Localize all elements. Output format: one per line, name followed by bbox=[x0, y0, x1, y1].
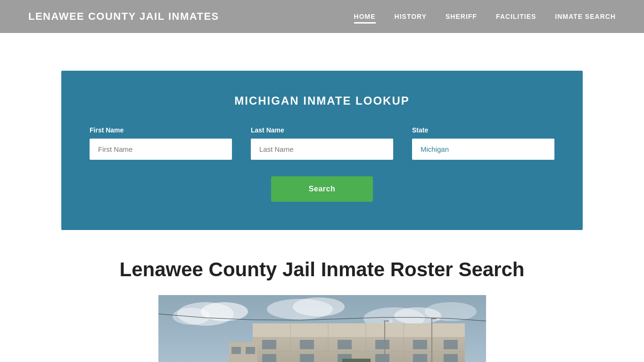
svg-point-38 bbox=[389, 319, 393, 323]
search-button-wrapper: Search bbox=[90, 176, 554, 202]
search-button[interactable]: Search bbox=[271, 176, 373, 202]
page-heading: Lenawee County Jail Inmate Roster Search bbox=[61, 258, 583, 281]
svg-rect-22 bbox=[338, 340, 352, 349]
first-name-input[interactable] bbox=[90, 139, 232, 160]
svg-rect-21 bbox=[300, 340, 314, 349]
state-field-group: State bbox=[412, 126, 554, 160]
main-content: Lenawee County Jail Inmate Roster Search bbox=[0, 230, 644, 362]
site-header: LENAWEE COUNTY JAIL INMATES HOME HISTORY… bbox=[0, 0, 644, 33]
nav-item-home[interactable]: HOME bbox=[354, 12, 376, 21]
main-nav: HOME HISTORY SHERIFF FACILITIES INMATE S… bbox=[354, 12, 616, 21]
building-svg: LENAWEE COUNTY JAIL 320 NORTH WINTER STR… bbox=[158, 295, 486, 362]
search-panel-title: MICHIGAN INMATE LOOKUP bbox=[90, 94, 554, 107]
svg-rect-32 bbox=[342, 359, 371, 362]
nav-link-facilities[interactable]: FACILITIES bbox=[496, 13, 536, 20]
building-image: LENAWEE COUNTY JAIL 320 NORTH WINTER STR… bbox=[158, 295, 486, 362]
nav-item-sheriff[interactable]: SHERIFF bbox=[446, 12, 477, 21]
search-panel: MICHIGAN INMATE LOOKUP First Name Last N… bbox=[61, 71, 583, 230]
svg-rect-26 bbox=[262, 354, 276, 362]
svg-rect-31 bbox=[444, 354, 458, 362]
svg-rect-27 bbox=[300, 354, 314, 362]
nav-item-history[interactable]: HISTORY bbox=[395, 12, 427, 21]
nav-item-facilities[interactable]: FACILITIES bbox=[496, 12, 536, 21]
state-input[interactable] bbox=[412, 139, 554, 160]
nav-link-home[interactable]: HOME bbox=[354, 13, 376, 24]
nav-list: HOME HISTORY SHERIFF FACILITIES INMATE S… bbox=[354, 12, 616, 21]
nav-item-inmate-search[interactable]: INMATE SEARCH bbox=[555, 12, 616, 21]
last-name-field-group: Last Name bbox=[251, 126, 393, 160]
nav-link-history[interactable]: HISTORY bbox=[395, 13, 427, 20]
nav-link-sheriff[interactable]: SHERIFF bbox=[446, 13, 477, 20]
search-fields-row: First Name Last Name State bbox=[90, 126, 554, 160]
hero-gap bbox=[0, 33, 644, 71]
svg-point-41 bbox=[436, 317, 440, 321]
last-name-input[interactable] bbox=[251, 139, 393, 160]
building-image-wrapper: LENAWEE COUNTY JAIL 320 NORTH WINTER STR… bbox=[61, 295, 583, 362]
svg-rect-30 bbox=[413, 354, 427, 362]
nav-link-inmate-search[interactable]: INMATE SEARCH bbox=[555, 13, 616, 20]
svg-rect-35 bbox=[246, 347, 255, 354]
state-label: State bbox=[412, 126, 554, 134]
svg-point-5 bbox=[293, 297, 345, 316]
svg-rect-29 bbox=[375, 354, 389, 362]
svg-rect-20 bbox=[262, 340, 276, 349]
last-name-label: Last Name bbox=[251, 126, 393, 134]
svg-rect-24 bbox=[413, 340, 427, 349]
svg-rect-25 bbox=[444, 340, 458, 349]
svg-rect-34 bbox=[231, 347, 241, 354]
svg-rect-23 bbox=[375, 340, 389, 349]
svg-rect-11 bbox=[253, 323, 465, 337]
first-name-field-group: First Name bbox=[90, 126, 232, 160]
svg-point-3 bbox=[173, 308, 210, 325]
site-title: LENAWEE COUNTY JAIL INMATES bbox=[28, 10, 219, 23]
first-name-label: First Name bbox=[90, 126, 232, 134]
